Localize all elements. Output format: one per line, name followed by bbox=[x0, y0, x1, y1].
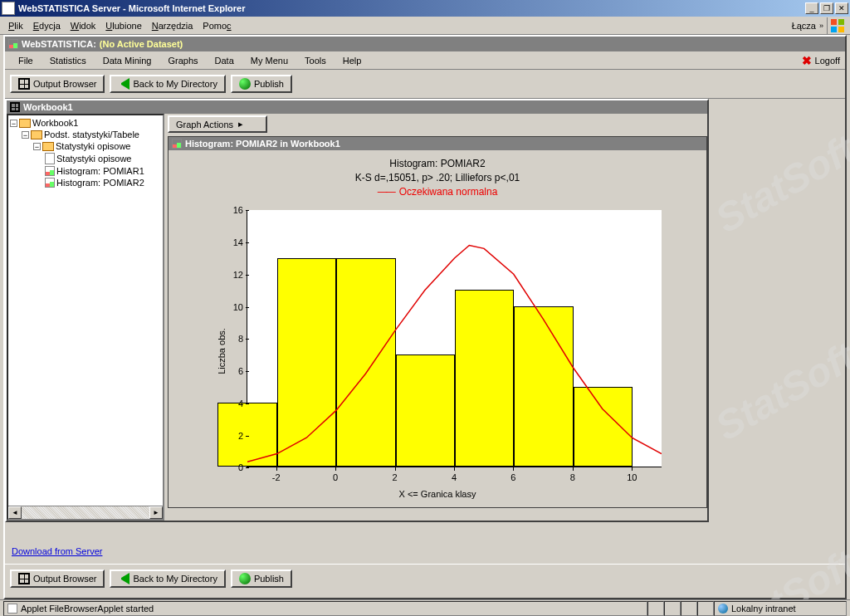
workbook-window: Workbook1 −Workbook1 −Podst. statystyki/… bbox=[5, 99, 709, 522]
watermark: StatSoft bbox=[708, 334, 850, 450]
collapse-icon[interactable]: − bbox=[10, 120, 17, 127]
scroll-right-button[interactable]: ► bbox=[149, 506, 163, 519]
tree-node-3[interactable]: Statystyki opisowe bbox=[10, 152, 161, 165]
x-tick-label: 4 bbox=[452, 472, 457, 482]
status-zone: Lokalny intranet bbox=[714, 601, 847, 616]
back-to-directory-button-bottom[interactable]: Back to My Directory bbox=[110, 570, 225, 588]
collapse-icon[interactable]: − bbox=[33, 143, 41, 150]
chart-area: Histogram: POMIAR2 K-S d=,15051, p> .20;… bbox=[169, 150, 706, 507]
app-menu-mymenu[interactable]: My Menu bbox=[242, 54, 296, 67]
tree-node-5[interactable]: Histogram: POMIAR2 bbox=[10, 177, 161, 188]
app-menubar: File Statistics Data Mining Graphs Data … bbox=[5, 51, 845, 70]
app-menu-graphs[interactable]: Graphs bbox=[159, 54, 206, 67]
back-to-directory-button[interactable]: Back to My Directory bbox=[110, 75, 225, 93]
tree-node-4[interactable]: Histogram: POMIAR1 bbox=[10, 165, 161, 177]
app-menu-datamining[interactable]: Data Mining bbox=[95, 54, 160, 67]
zone-globe-icon bbox=[718, 604, 728, 614]
chevron-right-icon[interactable]: » bbox=[819, 22, 823, 30]
graph-actions-button[interactable]: Graph Actions▸ bbox=[168, 115, 267, 133]
workbook-title: Workbook1 bbox=[23, 102, 73, 112]
publish-button-bottom[interactable]: Publish bbox=[231, 570, 292, 588]
plot-wrap: Liczba obs. 0246810121416 -20246810 X <=… bbox=[205, 202, 670, 501]
svg-rect-3 bbox=[838, 27, 844, 32]
x-tick-mark bbox=[513, 467, 514, 471]
collapse-icon[interactable]: − bbox=[22, 131, 29, 139]
scroll-left-button[interactable]: ◄ bbox=[8, 506, 22, 519]
x-tick-label: 6 bbox=[510, 472, 515, 482]
y-tick-label: 0 bbox=[223, 462, 243, 472]
tree-node-2[interactable]: −Statystyki opisowe bbox=[10, 140, 161, 152]
y-tick-mark bbox=[246, 242, 249, 243]
y-tick-label: 4 bbox=[223, 398, 243, 408]
browser-titlebar: WebSTATISTICA Server - Microsoft Interne… bbox=[0, 0, 850, 17]
restore-button[interactable]: ❐ bbox=[820, 2, 833, 14]
x-tick-mark bbox=[276, 467, 277, 471]
browser-menubar: Plik Edycja Widok Ulubione Narzędzia Pom… bbox=[0, 17, 850, 35]
menu-ulubione[interactable]: Ulubione bbox=[100, 19, 146, 32]
chart-subtitle: K-S d=,15051, p> .20; Lilliefors p<,01 bbox=[175, 171, 700, 185]
y-tick-mark bbox=[246, 275, 249, 276]
applet-icon bbox=[7, 604, 17, 614]
triangle-right-icon: ▸ bbox=[238, 119, 243, 130]
histogram-icon bbox=[45, 166, 55, 176]
right-pane: Graph Actions▸ Histogram: POMIAR2 in Wor… bbox=[164, 114, 707, 521]
status-cell bbox=[647, 601, 664, 616]
scroll-track[interactable] bbox=[22, 506, 149, 519]
status-cell bbox=[697, 601, 714, 616]
links-label[interactable]: Łącza bbox=[792, 21, 816, 31]
status-cell bbox=[681, 601, 697, 616]
x-tick-label: 10 bbox=[627, 472, 637, 482]
chart-legend: Oczekiwana normalna bbox=[175, 185, 700, 199]
app-menu-tools[interactable]: Tools bbox=[296, 54, 335, 67]
content-area: Workbook1 −Workbook1 −Podst. statystyki/… bbox=[5, 99, 845, 109]
ie-logo-icon bbox=[827, 17, 847, 34]
x-tick-label: 0 bbox=[333, 472, 338, 482]
app-menu-file[interactable]: File bbox=[10, 54, 42, 67]
app-titlebar: WebSTATISTICA: (No Active Dataset) bbox=[5, 37, 845, 51]
menu-edycja[interactable]: Edycja bbox=[28, 19, 66, 32]
y-tick-mark bbox=[246, 307, 249, 308]
y-tick-label: 16 bbox=[223, 205, 243, 215]
tree-root[interactable]: −Workbook1 bbox=[10, 117, 161, 129]
histogram-icon bbox=[45, 178, 55, 188]
tree-node-1[interactable]: −Podst. statystyki/Tabele bbox=[10, 129, 161, 140]
app-menu-help[interactable]: Help bbox=[335, 54, 370, 67]
menu-widok[interactable]: Widok bbox=[66, 19, 101, 32]
y-tick-label: 2 bbox=[223, 431, 243, 441]
output-browser-button[interactable]: Output Browser bbox=[10, 75, 105, 93]
plot bbox=[247, 210, 662, 467]
close-button[interactable]: ✕ bbox=[835, 2, 848, 14]
x-tick-mark bbox=[454, 467, 455, 471]
y-tick-mark bbox=[246, 436, 249, 437]
y-tick-mark bbox=[246, 467, 249, 468]
logoff-button[interactable]: ✖Logoff bbox=[802, 54, 840, 67]
y-tick-label: 6 bbox=[223, 366, 243, 376]
app-menu-statistics[interactable]: Statistics bbox=[42, 54, 95, 67]
workbook-icon bbox=[10, 102, 20, 112]
horizontal-scrollbar[interactable]: ◄ ► bbox=[8, 506, 163, 519]
x-tick-mark bbox=[335, 467, 336, 471]
browser-title: WebSTATISTICA Server - Microsoft Interne… bbox=[18, 3, 805, 13]
svg-rect-1 bbox=[838, 19, 844, 25]
close-x-icon: ✖ bbox=[802, 54, 812, 67]
app-menu-data[interactable]: Data bbox=[207, 54, 242, 67]
menu-narzedzia[interactable]: Narzędzia bbox=[147, 19, 198, 32]
tree-panel[interactable]: −Workbook1 −Podst. statystyki/Tabele −St… bbox=[7, 114, 164, 521]
arrow-left-icon bbox=[118, 78, 129, 90]
watermark: StatSoft bbox=[708, 126, 850, 242]
minimize-button[interactable]: _ bbox=[805, 2, 818, 14]
folder-icon bbox=[31, 130, 42, 139]
status-cell bbox=[664, 601, 681, 616]
x-tick-mark bbox=[632, 467, 633, 471]
y-tick-mark bbox=[246, 339, 249, 340]
publish-button[interactable]: Publish bbox=[231, 75, 292, 93]
browser-statusbar: Applet FileBrowserApplet started Lokalny… bbox=[0, 599, 850, 616]
menu-pomoc[interactable]: Pomoc bbox=[198, 19, 236, 32]
top-toolbar: Output Browser Back to My Directory Publ… bbox=[5, 70, 845, 99]
y-tick-label: 8 bbox=[223, 334, 243, 344]
bottom-toolbar: Output Browser Back to My Directory Publ… bbox=[5, 564, 845, 593]
download-from-server-link[interactable]: Download from Server bbox=[12, 546, 102, 556]
menu-plik[interactable]: Plik bbox=[3, 19, 28, 32]
output-browser-button-bottom[interactable]: Output Browser bbox=[10, 570, 105, 588]
x-axis-label: X <= Granica klasy bbox=[399, 489, 476, 499]
